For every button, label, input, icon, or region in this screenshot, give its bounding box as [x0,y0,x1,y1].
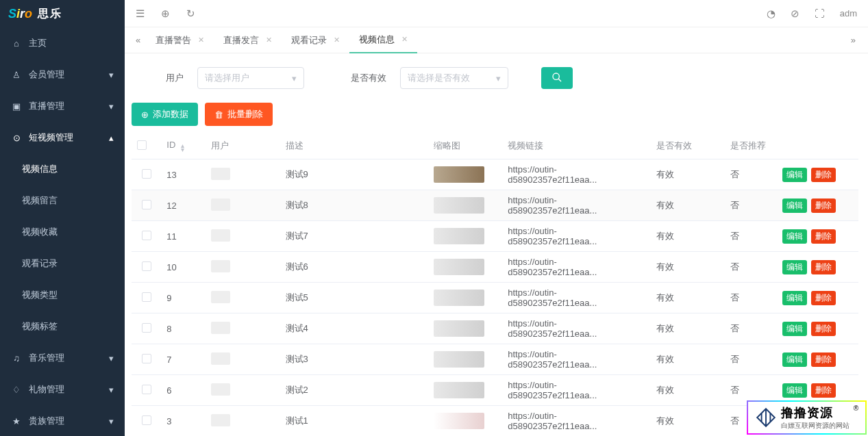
row-checkbox[interactable] [142,169,151,179]
cell-desc: 测试6 [280,252,429,283]
row-checkbox[interactable] [142,385,151,394]
sidebar-item-video-tag[interactable]: 视频标签 [0,311,125,342]
row-checkbox[interactable] [142,415,151,425]
sidebar-item-home[interactable]: ⌂ 主页 [0,27,125,59]
edit-button[interactable]: 编辑 [782,168,807,182]
sidebar-item-shortvideo[interactable]: ⊙ 短视频管理 ▴ [0,122,125,153]
cell-recommend: 否 [725,344,777,375]
delete-button[interactable]: 删除 [811,229,836,244]
content: 用户 请选择用户 ▾ 是否有效 请选择是否有效 ▾ [125,53,868,436]
edit-button[interactable]: 编辑 [782,322,807,336]
column-header-url: 视频链接 [502,133,651,159]
tab[interactable]: 直播发言✕ [214,27,282,53]
tab[interactable]: 直播警告✕ [146,27,214,53]
watermark-logo-icon [755,407,777,428]
edit-button[interactable]: 编辑 [782,352,807,367]
main: ☰ ⊕ ↻ ◔ ⊘ ⛶ adm « 直播警告✕直播发言✕观看记录✕视频信息✕ »… [125,0,868,436]
filter-valid-label: 是否有效 [351,72,386,84]
user-avatar [211,291,230,303]
thumbnail-image [434,290,484,306]
column-header-id[interactable]: ID ▴▾ [161,133,206,159]
delete-button[interactable]: 删除 [811,291,836,305]
watermark-subtitle: 白嫖互联网资源的网站 [781,421,850,431]
cell-desc: 测试3 [280,344,429,375]
add-button[interactable]: ⊕ 添加数据 [132,103,198,126]
cell-valid: 有效 [651,283,725,313]
tab[interactable]: 视频信息✕ [349,27,417,53]
search-button[interactable] [541,67,573,89]
cell-thumb [428,252,502,283]
sidebar-item-video-type[interactable]: 视频类型 [0,279,125,311]
refresh-icon[interactable]: ↻ [186,8,195,20]
cell-user [206,283,280,313]
edit-button[interactable]: 编辑 [782,291,807,305]
button-label: 批量删除 [227,108,263,120]
globe-icon[interactable]: ⊕ [161,8,170,20]
edit-button[interactable]: 编辑 [782,229,807,244]
row-checkbox[interactable] [142,200,151,209]
batch-delete-button[interactable]: 🗑 批量删除 [205,103,273,126]
column-header-user: 用户 [206,133,280,159]
row-checkbox[interactable] [142,354,151,363]
close-icon[interactable]: ✕ [266,36,272,44]
edit-button[interactable]: 编辑 [782,198,807,213]
cell-id: 8 [161,313,206,344]
cell-ops: 编辑删除 [777,221,858,252]
delete-button[interactable]: 删除 [811,198,836,213]
close-icon[interactable]: ✕ [334,36,340,44]
sidebar-item-label: 观看记录 [22,257,58,270]
row-checkbox[interactable] [142,292,151,302]
collapse-sidebar-icon[interactable]: ☰ [136,8,145,20]
tag-icon[interactable]: ⊘ [791,8,799,20]
sidebar-item-live[interactable]: ▣ 直播管理 ▾ [0,90,125,122]
play-square-icon: ▣ [11,101,22,112]
user-name[interactable]: adm [840,8,857,18]
delete-button[interactable]: 删除 [811,383,836,398]
edit-button[interactable]: 编辑 [782,383,807,398]
cell-id: 11 [161,221,206,252]
select-placeholder: 请选择用户 [205,72,249,84]
cell-url: https://outin-d58902357e2f11eaa... [502,344,651,375]
user-avatar [211,414,230,426]
row-checkbox[interactable] [142,323,151,333]
sidebar-item-member[interactable]: ♙ 会员管理 ▾ [0,59,125,90]
filter-valid-select[interactable]: 请选择是否有效 ▾ [400,67,508,89]
select-all-checkbox[interactable] [137,140,147,150]
sort-icon: ▴▾ [181,144,184,152]
row-checkbox[interactable] [142,231,151,240]
cell-desc: 测试8 [280,190,429,221]
dashboard-icon[interactable]: ◔ [767,8,776,20]
chevron-down-icon: ▾ [109,101,114,112]
delete-button[interactable]: 删除 [811,322,836,336]
cell-valid: 有效 [651,375,725,406]
column-header-recommend: 是否推荐 [725,133,777,159]
user-avatar [211,322,230,334]
sidebar-item-music[interactable]: ♫ 音乐管理 ▾ [0,342,125,374]
delete-button[interactable]: 删除 [811,168,836,182]
close-icon[interactable]: ✕ [401,35,408,44]
close-icon[interactable]: ✕ [198,36,204,44]
delete-button[interactable]: 删除 [811,352,836,367]
tab[interactable]: 观看记录✕ [282,27,349,53]
sidebar-menu: ⌂ 主页 ♙ 会员管理 ▾ ▣ 直播管理 ▾ ⊙ 短视频管理 ▴ 视频信息 [0,27,125,436]
cell-url: https://outin-d58902357e2f11eaa... [502,283,651,313]
delete-button[interactable]: 删除 [811,260,836,274]
tabs-more-icon[interactable]: » [844,35,863,45]
music-icon: ♫ [11,353,22,363]
filter-user-select[interactable]: 请选择用户 ▾ [197,67,304,89]
column-header-valid: 是否有效 [651,133,725,159]
fullscreen-icon[interactable]: ⛶ [815,8,825,19]
sidebar-item-video-info[interactable]: 视频信息 [0,153,125,185]
cell-url: https://outin-d58902357e2f11eaa... [502,375,651,406]
edit-button[interactable]: 编辑 [782,260,807,274]
sidebar-item-video-favorite[interactable]: 视频收藏 [0,216,125,248]
cell-ops: 编辑删除 [777,190,858,221]
select-placeholder: 请选择是否有效 [408,72,470,84]
row-checkbox[interactable] [142,261,151,271]
thumbnail-image [434,228,484,244]
sidebar-item-gift[interactable]: ♢ 礼物管理 ▾ [0,374,125,405]
sidebar-item-noble[interactable]: ★ 贵族管理 ▾ [0,405,125,436]
sidebar-item-watch-history[interactable]: 观看记录 [0,248,125,279]
tabs-prev-icon[interactable]: « [130,35,146,45]
sidebar-item-video-comment[interactable]: 视频留言 [0,185,125,216]
